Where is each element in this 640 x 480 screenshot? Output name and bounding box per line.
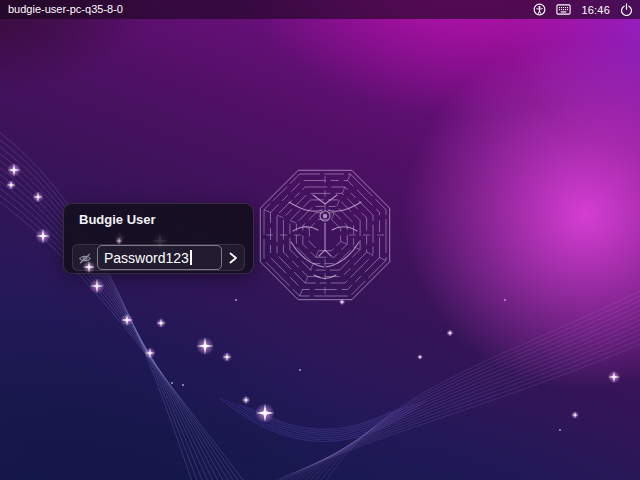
password-row: Password123: [72, 244, 245, 271]
clock: 16:46: [581, 4, 610, 16]
accessibility-icon[interactable]: [533, 3, 546, 16]
keyboard-layout-icon[interactable]: [556, 4, 571, 15]
text-caret: [190, 250, 192, 265]
password-input[interactable]: Password123: [97, 245, 222, 270]
top-panel: budgie-user-pc-q35-8-0: [0, 0, 640, 19]
eye-off-icon[interactable]: [73, 251, 97, 265]
password-text: Password123: [104, 250, 189, 266]
chevron-right-icon: [227, 251, 239, 265]
username-label: Budgie User: [79, 212, 156, 227]
login-submit-button[interactable]: [222, 251, 244, 265]
power-icon[interactable]: [620, 3, 633, 16]
hostname-label: budgie-user-pc-q35-8-0: [0, 0, 123, 19]
panel-indicators: 16:46: [533, 3, 640, 16]
login-dialog: Budgie User Password123: [63, 203, 254, 274]
